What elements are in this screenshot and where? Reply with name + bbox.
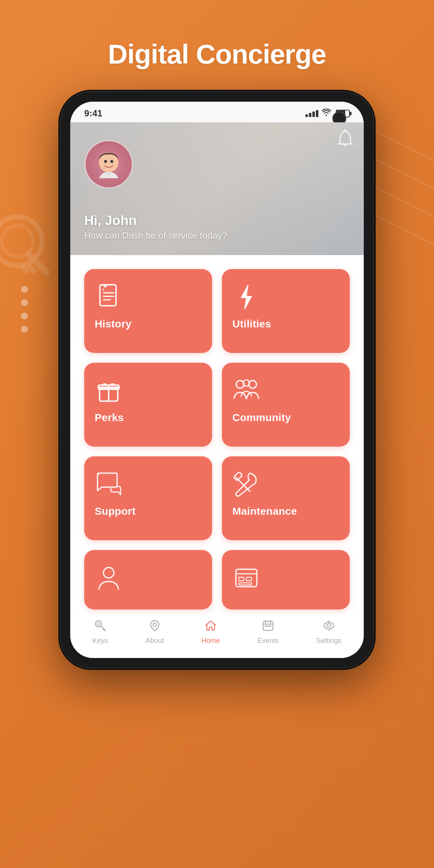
tile8[interactable]	[222, 550, 350, 609]
perks-tile[interactable]: Perks	[84, 363, 212, 447]
key-icon	[94, 620, 106, 635]
history-tile-label: History	[95, 318, 131, 330]
svg-point-12	[110, 160, 113, 163]
notification-bell-icon[interactable]	[337, 129, 353, 151]
utilities-tile[interactable]: Utilities	[222, 269, 350, 353]
nav-keys[interactable]: Keys	[86, 617, 115, 648]
community-tile[interactable]: Community	[222, 363, 350, 447]
support-tile-label: Support	[95, 505, 136, 517]
wifi-icon	[322, 109, 331, 118]
settings-icon	[323, 620, 335, 635]
hero-subtitle: How can Dash be of service today?	[84, 230, 227, 241]
maintenance-tile[interactable]: Maintenance	[222, 456, 350, 540]
svg-point-39	[153, 623, 157, 627]
nav-events[interactable]: Events	[251, 617, 286, 648]
support-tile[interactable]: Support	[84, 456, 212, 540]
svg-rect-33	[239, 583, 252, 585]
history-icon: $	[95, 283, 123, 311]
svg-rect-46	[269, 625, 271, 627]
nav-keys-label: Keys	[93, 637, 108, 645]
svg-text:$: $	[102, 288, 104, 291]
home-icon	[205, 620, 217, 635]
svg-point-23	[236, 381, 244, 388]
svg-point-28	[103, 567, 114, 578]
status-time: 9:41	[84, 108, 102, 119]
svg-point-47	[327, 624, 331, 627]
tile7-icon	[95, 564, 123, 592]
avatar	[84, 140, 133, 189]
nav-home[interactable]: Home	[194, 617, 227, 648]
maintenance-tile-label: Maintenance	[232, 505, 297, 517]
community-icon	[232, 377, 260, 405]
maintenance-icon	[232, 470, 260, 498]
utilities-icon	[232, 283, 260, 311]
svg-point-9	[344, 130, 346, 132]
bg-circles-decoration	[21, 280, 28, 339]
nav-settings[interactable]: Settings	[309, 617, 348, 648]
nav-home-label: Home	[201, 637, 220, 645]
perks-icon	[95, 377, 123, 405]
hero-greeting: Hi, John	[84, 213, 227, 228]
hero-banner: Hi, John How can Dash be of service toda…	[70, 122, 364, 255]
status-bar: 9:41	[70, 102, 364, 122]
app-title: Digital Concierge	[108, 38, 326, 70]
history-tile[interactable]: $ History	[84, 269, 212, 353]
tiles-grid: $ History Utilities	[84, 269, 350, 609]
nav-about-label: About	[145, 637, 164, 645]
phone-screen: 9:41	[70, 102, 364, 658]
support-icon	[95, 470, 123, 498]
svg-rect-31	[239, 577, 244, 581]
svg-rect-44	[265, 625, 267, 627]
svg-point-35	[97, 622, 100, 625]
tile8-icon	[232, 564, 260, 592]
svg-rect-32	[246, 577, 252, 581]
signal-bars-icon	[305, 110, 318, 117]
perks-tile-label: Perks	[95, 412, 124, 424]
calendar-icon	[262, 620, 274, 635]
bottom-nav: Keys About Home	[70, 609, 364, 658]
utilities-tile-label: Utilities	[232, 318, 271, 330]
phone-frame: 9:41	[60, 91, 374, 668]
nav-events-label: Events	[258, 637, 279, 645]
tile7[interactable]	[84, 550, 212, 609]
location-icon	[149, 620, 161, 635]
svg-point-24	[249, 381, 256, 388]
community-tile-label: Community	[232, 412, 291, 424]
svg-rect-27	[233, 472, 242, 480]
svg-rect-45	[267, 625, 269, 627]
svg-point-11	[104, 160, 107, 163]
avatar-face	[86, 141, 132, 187]
nav-settings-label: Settings	[316, 637, 341, 645]
svg-point-14	[103, 284, 107, 288]
bg-key-decoration	[0, 210, 63, 287]
hero-text: Hi, John How can Dash be of service toda…	[84, 213, 227, 241]
main-content: $ History Utilities	[70, 255, 364, 609]
nav-about[interactable]: About	[138, 617, 171, 648]
